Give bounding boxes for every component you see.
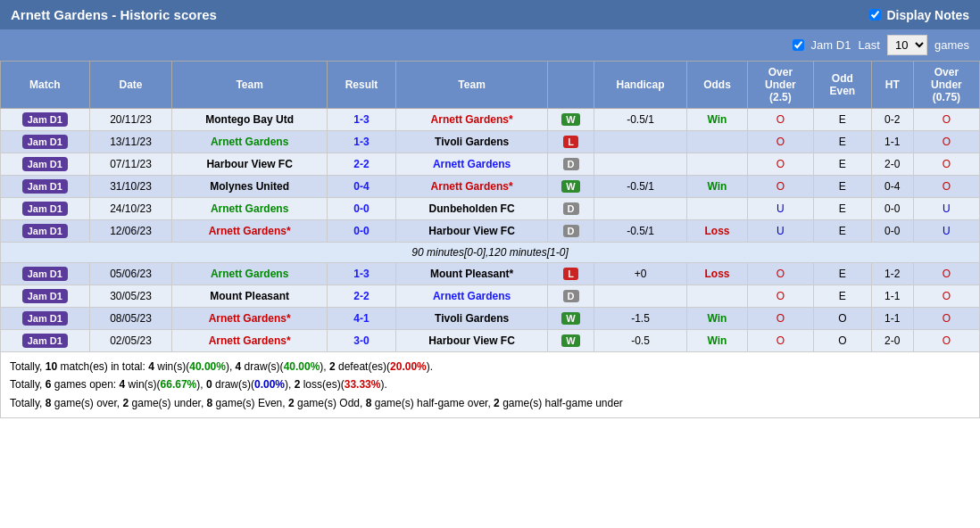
team2-link[interactable]: Tivoli Gardens (435, 136, 509, 148)
team2-cell[interactable]: Mount Pleasant* (396, 263, 548, 285)
handicap-cell (594, 153, 686, 176)
odds-cell: Win (687, 308, 748, 330)
team1-link[interactable]: Arnett Gardens (211, 202, 288, 215)
match-badge-cell: Jam D1 (1, 220, 90, 243)
team1-cell[interactable]: Arnett Gardens* (172, 308, 327, 330)
team1-link[interactable]: Arnett Gardens (211, 136, 288, 148)
team1-cell[interactable]: Mount Pleasant (172, 285, 327, 308)
match-badge: Jam D1 (22, 135, 68, 149)
wdl-cell: D (548, 220, 594, 243)
match-badge-cell: Jam D1 (1, 198, 90, 220)
match-badge-cell: Jam D1 (1, 153, 90, 176)
ou075-cell: O (913, 176, 979, 198)
handicap-cell: -0.5/1 (594, 176, 686, 198)
team1-cell[interactable]: Arnett Gardens (172, 263, 327, 285)
team2-cell[interactable]: Tivoli Gardens (396, 131, 548, 153)
matches-table: Match Date Team Result Team Handicap Odd… (0, 61, 980, 352)
wdl-badge: L (563, 268, 578, 280)
team2-link[interactable]: Arnett Gardens* (431, 113, 513, 126)
team1-link[interactable]: Arnett Gardens* (209, 225, 291, 237)
table-row: Jam D130/05/23Mount Pleasant2-2Arnett Ga… (1, 285, 980, 308)
team2-cell[interactable]: Dunbeholden FC (396, 198, 548, 220)
wdl-cell: L (548, 131, 594, 153)
date-cell: 24/10/23 (89, 198, 172, 220)
match-badge: Jam D1 (22, 334, 68, 348)
games-label: games (934, 38, 969, 52)
team2-cell[interactable]: Arnett Gardens* (396, 176, 548, 198)
team2-cell[interactable]: Harbour View FC (396, 220, 548, 243)
ou25-cell: O (747, 176, 813, 198)
ou075-cell: O (913, 285, 979, 308)
team1-link[interactable]: Molynes United (210, 180, 289, 193)
result-cell: 1-3 (327, 109, 395, 131)
ht-cell: 2-0 (871, 330, 913, 352)
match-badge-cell: Jam D1 (1, 330, 90, 352)
col-team2: Team (396, 62, 548, 109)
table-header-row: Match Date Team Result Team Handicap Odd… (1, 62, 980, 109)
ht-cell: 0-0 (871, 220, 913, 243)
ht-cell: 1-1 (871, 308, 913, 330)
col-handicap: Handicap (594, 62, 686, 109)
display-notes-checkbox[interactable] (869, 9, 881, 21)
wdl-cell: D (548, 285, 594, 308)
team1-cell[interactable]: Arnett Gardens* (172, 220, 327, 243)
jam-d1-checkbox[interactable] (793, 39, 804, 51)
odds-cell (687, 131, 748, 153)
team2-link[interactable]: Arnett Gardens (433, 158, 511, 170)
handicap-cell: +0 (594, 263, 686, 285)
team1-link[interactable]: Montego Bay Utd (205, 113, 294, 126)
team2-cell[interactable]: Arnett Gardens* (396, 109, 548, 131)
page-header: Arnett Gardens - Historic scores Display… (0, 0, 980, 29)
team2-link[interactable]: Harbour View FC (428, 225, 514, 237)
table-row: Jam D113/11/23Arnett Gardens1-3Tivoli Ga… (1, 131, 980, 153)
ht-cell: 2-0 (871, 153, 913, 176)
ou25-cell: O (747, 330, 813, 352)
wdl-badge: W (561, 180, 579, 193)
ht-cell: 0-0 (871, 198, 913, 220)
date-cell: 20/11/23 (89, 109, 172, 131)
team2-link[interactable]: Harbour View FC (428, 334, 514, 347)
oe-cell: E (813, 131, 871, 153)
oe-cell: E (813, 220, 871, 243)
team1-link[interactable]: Arnett Gardens (211, 268, 288, 280)
table-row: Jam D107/11/23Harbour View FC2-2Arnett G… (1, 153, 980, 176)
games-select[interactable]: 5 10 15 20 All (887, 35, 927, 55)
result-cell: 4-1 (327, 308, 395, 330)
odds-cell: Win (687, 330, 748, 352)
team1-link[interactable]: Mount Pleasant (210, 290, 289, 302)
team1-cell[interactable]: Arnett Gardens* (172, 330, 327, 352)
team2-link[interactable]: Tivoli Gardens (435, 312, 509, 325)
team1-link[interactable]: Arnett Gardens* (209, 334, 291, 347)
team1-cell[interactable]: Molynes United (172, 176, 327, 198)
team1-cell[interactable]: Montego Bay Utd (172, 109, 327, 131)
result-cell: 1-3 (327, 131, 395, 153)
team2-cell[interactable]: Arnett Gardens (396, 285, 548, 308)
ou25-cell: O (747, 131, 813, 153)
summary-line1: Totally, 10 match(es) in total: 4 win(s)… (10, 358, 970, 375)
team1-cell[interactable]: Harbour View FC (172, 153, 327, 176)
wdl-badge: W (561, 113, 579, 126)
odds-cell: Loss (687, 220, 748, 243)
wdl-badge: L (563, 136, 578, 148)
handicap-cell: -1.5 (594, 308, 686, 330)
team1-link[interactable]: Harbour View FC (206, 158, 292, 170)
team2-link[interactable]: Mount Pleasant* (430, 268, 513, 280)
ou075-cell: O (913, 330, 979, 352)
team1-cell[interactable]: Arnett Gardens (172, 131, 327, 153)
table-row: Jam D105/06/23Arnett Gardens1-3Mount Ple… (1, 263, 980, 285)
col-date: Date (89, 62, 172, 109)
match-badge-cell: Jam D1 (1, 285, 90, 308)
odds-cell (687, 153, 748, 176)
team2-link[interactable]: Arnett Gardens* (431, 180, 513, 193)
ht-cell: 1-1 (871, 285, 913, 308)
team2-link[interactable]: Arnett Gardens (433, 290, 511, 302)
result-cell: 0-0 (327, 198, 395, 220)
team1-cell[interactable]: Arnett Gardens (172, 198, 327, 220)
ou075-cell: O (913, 263, 979, 285)
team2-link[interactable]: Dunbeholden FC (429, 202, 515, 215)
team2-cell[interactable]: Arnett Gardens (396, 153, 548, 176)
team2-cell[interactable]: Tivoli Gardens (396, 308, 548, 330)
team1-link[interactable]: Arnett Gardens* (209, 312, 291, 325)
wdl-cell: L (548, 263, 594, 285)
team2-cell[interactable]: Harbour View FC (396, 330, 548, 352)
